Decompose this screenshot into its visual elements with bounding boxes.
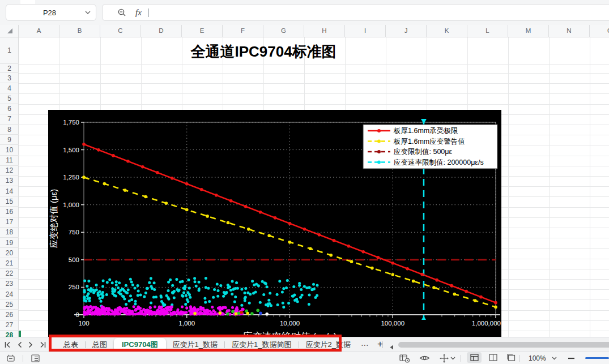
horizontal-scrollbar[interactable] — [398, 342, 609, 348]
row-header-1[interactable]: 1 — [0, 37, 19, 64]
sheet-tab-IPC9704图[interactable]: IPC9704图 — [114, 338, 166, 352]
row-header-9[interactable]: 9 — [0, 135, 19, 145]
column-headers: ABCDEFGHIJKLMNO — [19, 25, 609, 37]
column-header-K[interactable]: K — [427, 25, 467, 37]
column-header-I[interactable]: I — [345, 25, 386, 37]
move-selection-icon[interactable] — [440, 352, 449, 364]
zoom-slider[interactable] — [585, 357, 609, 359]
row-header-2[interactable]: 2 — [0, 64, 19, 73]
name-box[interactable]: P28 — [6, 4, 96, 21]
formula-bar[interactable]: fx — [102, 4, 609, 21]
row-headers: 1234567891011121314151617181920212223242… — [0, 37, 19, 337]
svg-text:1,250: 1,250 — [63, 174, 79, 181]
row-header-8[interactable]: 8 — [0, 125, 19, 135]
row-header-25[interactable]: 25 — [0, 299, 19, 310]
svg-text:10,000: 10,000 — [280, 320, 300, 327]
row-header-3[interactable]: 3 — [0, 73, 19, 83]
sheet-tab-应变片2_数据[interactable]: 应变片2_数据 — [299, 338, 357, 352]
zoom-out-button[interactable] — [568, 352, 575, 364]
fx-icon[interactable]: fx — [135, 8, 142, 18]
tabbar-separator — [382, 341, 383, 348]
row-header-20[interactable]: 20 — [0, 248, 19, 258]
sheet-grid[interactable]: 1234567891011121314151617181920212223242… — [0, 37, 609, 337]
row-header-23[interactable]: 23 — [0, 279, 19, 289]
column-header-L[interactable]: L — [467, 25, 508, 37]
column-header-A[interactable]: A — [19, 25, 59, 37]
row-header-27[interactable]: 27 — [0, 320, 19, 331]
search-functions-icon[interactable] — [117, 8, 126, 17]
row-header-11[interactable]: 11 — [0, 156, 19, 166]
outline-view-icon[interactable] — [31, 352, 40, 364]
row-header-19[interactable]: 19 — [0, 238, 19, 248]
column-header-E[interactable]: E — [182, 25, 223, 37]
svg-text:1,000: 1,000 — [178, 320, 195, 327]
macro-record-icon[interactable] — [7, 352, 16, 364]
svg-text:100: 100 — [78, 320, 89, 327]
add-sheet-button[interactable]: + — [373, 339, 387, 351]
svg-text:750: 750 — [69, 229, 79, 235]
row-header-22[interactable]: 22 — [0, 269, 19, 279]
row-header-28[interactable]: 28 — [0, 331, 19, 337]
statusbar-separator — [23, 355, 23, 362]
chart-canvas: 1001,00010,000100,0001,000,0000250500750… — [48, 110, 501, 337]
sheet-tab-应变片1_数据[interactable]: 应变片1_数据 — [166, 338, 224, 352]
row-header-18[interactable]: 18 — [0, 228, 19, 238]
row-header-17[interactable]: 17 — [0, 217, 19, 228]
svg-text:应变绝对值 (με): 应变绝对值 (με) — [49, 189, 58, 249]
zoom-level[interactable]: 100% — [529, 352, 546, 364]
column-header-D[interactable]: D — [141, 25, 182, 37]
column-header-G[interactable]: G — [263, 25, 304, 37]
page-break-view-button[interactable] — [504, 352, 518, 363]
chevron-down-icon[interactable] — [552, 352, 557, 364]
column-header-B[interactable]: B — [59, 25, 100, 37]
row-header-4[interactable]: 4 — [0, 83, 19, 93]
formula-caret — [148, 8, 149, 17]
sheet-tab-总图[interactable]: 总图 — [86, 338, 114, 352]
svg-text:应变速率绝对值 (με/s): 应变速率绝对值 (με/s) — [243, 331, 337, 337]
sheet-title-cell[interactable]: 全通道IPC9704标准图 — [164, 40, 363, 63]
more-sheets-button[interactable]: ⋯ — [357, 340, 373, 349]
statusbar-separator — [519, 355, 520, 362]
sheet-tab-总表[interactable]: 总表 — [57, 338, 85, 352]
select-all-corner[interactable] — [0, 25, 19, 37]
row-header-24[interactable]: 24 — [0, 289, 19, 299]
row-header-5[interactable]: 5 — [0, 93, 19, 104]
column-header-H[interactable]: H — [304, 25, 345, 37]
select-all-triangle-icon — [7, 28, 12, 33]
hscroll-left-icon[interactable] — [389, 342, 394, 352]
status-bar: 100% — [0, 352, 609, 364]
row-header-6[interactable]: 6 — [0, 104, 19, 114]
column-header-M[interactable]: M — [508, 25, 549, 37]
prev-sheet-icon[interactable] — [18, 342, 22, 348]
row-header-10[interactable]: 10 — [0, 145, 19, 155]
chevron-down-icon[interactable] — [450, 352, 455, 364]
row-header-14[interactable]: 14 — [0, 186, 19, 196]
column-header-F[interactable]: F — [223, 25, 263, 37]
eye-icon[interactable] — [419, 352, 430, 364]
row-header-26[interactable]: 26 — [0, 310, 19, 320]
first-sheet-icon[interactable] — [5, 342, 11, 348]
next-sheet-icon[interactable] — [28, 342, 33, 348]
row-header-21[interactable]: 21 — [0, 258, 19, 268]
sheet-tab-应变片1_数据简图[interactable]: 应变片1_数据简图 — [225, 338, 298, 352]
normal-view-button[interactable] — [467, 352, 482, 363]
svg-text:1,500: 1,500 — [63, 147, 79, 153]
svg-text:1,000,000: 1,000,000 — [472, 320, 501, 327]
row-header-12[interactable]: 12 — [0, 166, 19, 176]
ipc9704-chart[interactable]: 1001,00010,000100,0001,000,0000250500750… — [48, 110, 501, 337]
page-layout-view-button[interactable] — [486, 352, 500, 363]
svg-text:100,000: 100,000 — [381, 320, 404, 327]
table-tools-icon[interactable] — [399, 352, 410, 364]
row-header-15[interactable]: 15 — [0, 196, 19, 207]
row-header-16[interactable]: 16 — [0, 207, 19, 217]
chevron-down-icon[interactable] — [85, 11, 91, 14]
column-header-O[interactable]: O — [590, 25, 609, 37]
column-header-J[interactable]: J — [386, 25, 427, 37]
last-sheet-icon[interactable] — [39, 342, 46, 348]
column-header-N[interactable]: N — [549, 25, 590, 37]
row-header-7[interactable]: 7 — [0, 114, 19, 125]
column-header-C[interactable]: C — [100, 25, 141, 37]
name-box-value[interactable]: P28 — [6, 8, 85, 17]
row-header-13[interactable]: 13 — [0, 176, 19, 186]
column-header-row: ABCDEFGHIJKLMNO — [0, 25, 609, 37]
